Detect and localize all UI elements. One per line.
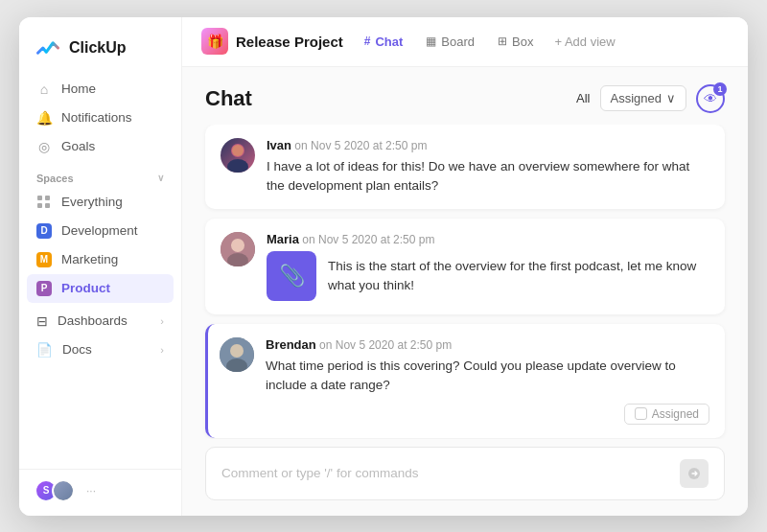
box-tab-icon: ⊞: [498, 35, 507, 48]
message-3: Brendan on Nov 5 2020 at 2:50 pm What ti…: [205, 324, 725, 438]
docs-icon: 📄: [36, 342, 53, 358]
add-view-button[interactable]: + Add view: [546, 29, 622, 55]
sidebar-item-docs[interactable]: 📄 Docs ›: [27, 335, 174, 364]
filter-all-button[interactable]: All: [576, 91, 590, 105]
message-3-meta: Brendan on Nov 5 2020 at 2:50 pm: [266, 337, 709, 352]
avatar-brendan: [220, 337, 254, 372]
sidebar-item-goals-label: Goals: [61, 139, 95, 153]
tab-box[interactable]: ⊞ Box: [488, 29, 543, 55]
target-icon: ◎: [36, 139, 52, 154]
sidebar-extra: ⊟ Dashboards › 📄 Docs ›: [19, 303, 181, 368]
sidebar-item-notifications[interactable]: 🔔 Notifications: [27, 104, 174, 132]
spaces-section: Spaces ∨: [19, 161, 181, 188]
dashboards-chevron-icon: ›: [160, 315, 164, 327]
message-1-content: Ivan on Nov 5 2020 at 2:50 pm I have a l…: [267, 138, 709, 197]
sidebar-item-marketing[interactable]: M Marketing: [27, 245, 174, 274]
sidebar: ClickUp ⌂ Home 🔔 Notifications ◎ Goals S…: [19, 17, 182, 516]
project-title: Release Project: [236, 34, 343, 50]
message-2-meta: Maria on Nov 5 2020 at 2:50 pm: [267, 232, 709, 246]
user-menu-dots[interactable]: ···: [86, 484, 96, 497]
avatar-ivan: [221, 138, 255, 173]
bell-icon: 🔔: [36, 110, 52, 126]
tab-board-label: Board: [441, 35, 475, 49]
tab-box-label: Box: [512, 35, 533, 49]
spaces-nav: Everything D Development M Marketing P P…: [19, 188, 181, 303]
comment-input[interactable]: Comment or type '/' for commands: [221, 466, 680, 480]
spaces-chevron-icon[interactable]: ∨: [157, 173, 164, 183]
message-3-content: Brendan on Nov 5 2020 at 2:50 pm What ti…: [266, 337, 709, 425]
chat-tab-icon: #: [364, 35, 371, 48]
message-3-timestamp: on Nov 5 2020 at 2:50 pm: [319, 338, 452, 352]
marketing-dot: M: [36, 252, 52, 267]
tab-chat[interactable]: # Chat: [355, 29, 413, 55]
svg-point-1: [227, 159, 248, 173]
message-2-timestamp: on Nov 5 2020 at 2:50 pm: [302, 233, 434, 246]
message-1-text: I have a lot of ideas for this! Do we ha…: [267, 157, 709, 197]
filter-assigned-label: Assigned: [611, 91, 662, 105]
message-2-sender: Maria: [267, 232, 299, 246]
sidebar-item-dashboards-label: Dashboards: [58, 313, 128, 328]
message-2: Maria on Nov 5 2020 at 2:50 pm 📎 This is…: [205, 219, 725, 314]
sidebar-item-everything-label: Everything: [61, 195, 123, 209]
board-tab-icon: ▦: [426, 35, 436, 48]
assigned-checkbox-icon: [635, 407, 647, 420]
user-area[interactable]: S ···: [19, 469, 181, 516]
sidebar-item-everything[interactable]: Everything: [27, 188, 174, 217]
logo-area: ClickUp: [19, 17, 181, 75]
send-button[interactable]: [680, 459, 709, 488]
sidebar-item-notifications-label: Notifications: [61, 110, 132, 125]
chat-area: Chat All Assigned ∨ 👁 1: [182, 67, 748, 516]
comment-bar[interactable]: Comment or type '/' for commands: [205, 447, 725, 500]
sidebar-nav: ⌂ Home 🔔 Notifications ◎ Goals: [19, 75, 181, 161]
attachment-thumbnail[interactable]: 📎: [267, 251, 316, 301]
avatar-stack: S: [35, 479, 75, 502]
message-2-content: Maria on Nov 5 2020 at 2:50 pm 📎 This is…: [267, 232, 709, 301]
assigned-badge[interactable]: Assigned: [624, 404, 709, 425]
product-dot: P: [36, 281, 52, 296]
sidebar-item-home[interactable]: ⌂ Home: [27, 75, 174, 104]
sidebar-item-dashboards[interactable]: ⊟ Dashboards ›: [27, 307, 174, 335]
notification-count: 1: [713, 82, 727, 96]
svg-point-2: [232, 145, 244, 156]
tab-chat-label: Chat: [375, 35, 403, 49]
sidebar-item-product[interactable]: P Product: [27, 274, 174, 303]
avatar-user-photo: [52, 479, 75, 502]
logo-text: ClickUp: [69, 39, 127, 57]
message-3-sender: Brendan: [266, 337, 316, 352]
chat-header: Chat All Assigned ∨ 👁 1: [182, 67, 748, 125]
main-content: 🎁 Release Project # Chat ▦ Board ⊞ Box +…: [182, 17, 748, 516]
chat-title: Chat: [205, 86, 252, 111]
filter-assigned-button[interactable]: Assigned ∨: [600, 85, 686, 111]
clickup-logo-icon: [35, 35, 61, 61]
topbar: 🎁 Release Project # Chat ▦ Board ⊞ Box +…: [182, 17, 748, 67]
svg-point-7: [230, 344, 244, 358]
spaces-label: Spaces: [36, 173, 74, 184]
dashboards-icon: ⊟: [36, 313, 48, 329]
tab-board[interactable]: ▦ Board: [416, 29, 484, 55]
message-1-meta: Ivan on Nov 5 2020 at 2:50 pm: [267, 138, 709, 152]
development-dot: D: [36, 223, 52, 239]
grid-icon: [36, 195, 52, 210]
message-3-text: What time period is this covering? Could…: [266, 357, 709, 396]
sidebar-item-marketing-label: Marketing: [61, 252, 118, 266]
project-icon: 🎁: [201, 28, 228, 55]
sidebar-item-home-label: Home: [61, 81, 96, 96]
chat-header-right: All Assigned ∨ 👁 1: [576, 84, 725, 113]
message-2-text: This is the start of the overview for th…: [328, 257, 709, 296]
svg-point-4: [231, 239, 244, 252]
notification-badge[interactable]: 👁 1: [696, 84, 725, 113]
docs-chevron-icon: ›: [160, 344, 164, 356]
message-2-attachment-area: 📎 This is the start of the overview for …: [267, 251, 709, 301]
message-1-timestamp: on Nov 5 2020 at 2:50 pm: [294, 139, 427, 152]
messages-list: Ivan on Nov 5 2020 at 2:50 pm I have a l…: [182, 125, 748, 439]
assigned-badge-label: Assigned: [652, 407, 699, 421]
message-1: Ivan on Nov 5 2020 at 2:50 pm I have a l…: [205, 125, 725, 210]
avatar-maria: [221, 232, 255, 266]
sidebar-item-development-label: Development: [61, 223, 138, 238]
sidebar-item-development[interactable]: D Development: [27, 217, 174, 245]
message-1-sender: Ivan: [267, 138, 291, 152]
assigned-chevron-icon: ∨: [666, 91, 676, 105]
sidebar-item-docs-label: Docs: [62, 342, 92, 357]
sidebar-item-product-label: Product: [61, 281, 110, 295]
sidebar-item-goals[interactable]: ◎ Goals: [27, 132, 174, 161]
